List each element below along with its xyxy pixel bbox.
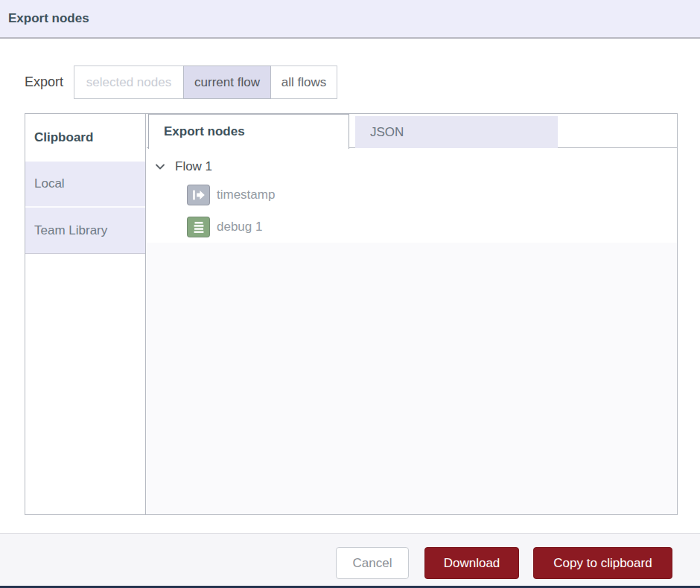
dialog-footer: Cancel Download Copy to clipboard xyxy=(0,533,700,588)
node-label: debug 1 xyxy=(217,220,262,234)
copy-to-clipboard-button[interactable]: Copy to clipboard xyxy=(533,547,672,579)
sidebar-item-label: Clipboard xyxy=(34,130,93,145)
view-tab-bar: Export nodes JSON xyxy=(147,114,677,148)
inject-arrow-icon xyxy=(187,185,210,205)
sidebar-item-clipboard[interactable]: Clipboard xyxy=(25,114,145,162)
sidebar-item-label: Team Library xyxy=(34,223,107,238)
tab-export-nodes[interactable]: Export nodes xyxy=(148,114,349,149)
tree-row-flow[interactable]: Flow 1 xyxy=(147,155,677,179)
chevron-down-icon[interactable] xyxy=(154,161,166,173)
tab-json[interactable]: JSON xyxy=(355,116,558,148)
export-scope-all-flows-button[interactable]: all flows xyxy=(270,65,337,99)
sidebar-item-label: Local xyxy=(34,176,65,191)
node-label: timestamp xyxy=(217,188,275,202)
debug-lines-icon xyxy=(187,217,210,237)
export-scope-button-group: selected nodes current flow all flows xyxy=(74,65,337,99)
tree-row-node-debug[interactable]: debug 1 xyxy=(147,211,677,243)
download-button[interactable]: Download xyxy=(424,547,519,579)
flow-tree-rows: Flow 1 timestamp xyxy=(147,148,677,243)
flow-tree: Flow 1 timestamp xyxy=(147,148,677,514)
cancel-button[interactable]: Cancel xyxy=(336,547,409,579)
export-panel: Clipboard Local Team Library Export node… xyxy=(25,113,678,515)
sidebar-item-local[interactable]: Local xyxy=(25,162,145,208)
sidebar-item-team-library[interactable]: Team Library xyxy=(25,208,145,254)
tree-row-node-timestamp[interactable]: timestamp xyxy=(147,179,677,211)
export-scope-current-flow-button[interactable]: current flow xyxy=(183,65,271,99)
dialog-title: Export nodes xyxy=(0,0,700,37)
dialog-header: Export nodes xyxy=(0,0,700,39)
flow-label: Flow 1 xyxy=(175,159,212,174)
export-scope-selected-nodes-button[interactable]: selected nodes xyxy=(74,65,184,99)
library-sidebar: Clipboard Local Team Library xyxy=(25,114,146,514)
export-selector-label: Export xyxy=(25,65,63,99)
